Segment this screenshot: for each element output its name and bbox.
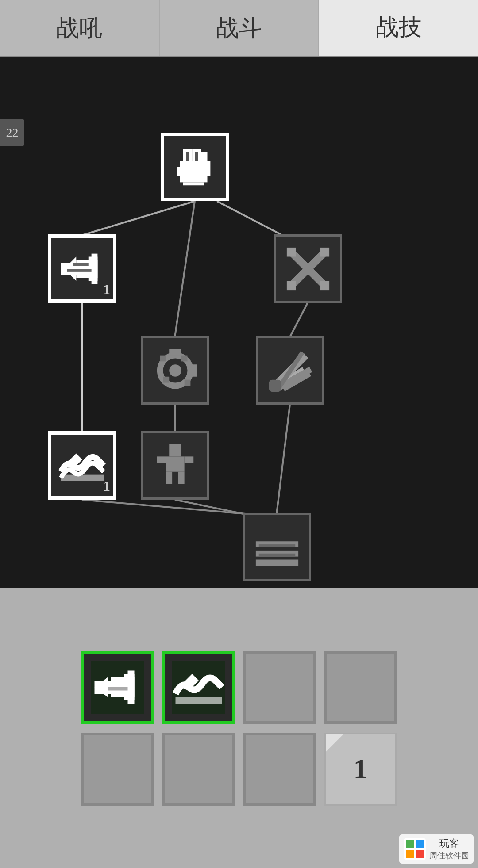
svg-rect-30 [320, 247, 329, 256]
skill-node-arrow[interactable]: 1 [48, 234, 116, 303]
wave-node-badge: 1 [103, 478, 110, 494]
hotbar-slot-4[interactable] [324, 651, 397, 724]
svg-rect-53 [184, 456, 193, 463]
hotbar-row-1 [81, 651, 397, 724]
svg-line-1 [217, 201, 282, 235]
arrow-back-icon [58, 245, 107, 293]
blade-icon [266, 346, 315, 395]
svg-rect-12 [180, 161, 210, 167]
svg-line-6 [277, 405, 290, 514]
tab-battle-cry[interactable]: 战吼 [0, 0, 160, 56]
svg-rect-36 [190, 364, 197, 377]
hotbar-slot-1[interactable] [81, 651, 154, 724]
svg-rect-67 [175, 697, 222, 704]
scatter-icon [253, 523, 301, 572]
svg-rect-31 [286, 281, 296, 290]
tab-combat[interactable]: 战斗 [160, 0, 320, 56]
svg-rect-38 [184, 379, 190, 386]
hotbar-slot-7[interactable] [243, 733, 316, 806]
svg-rect-72 [416, 850, 424, 858]
corner-counter-slot[interactable]: 1 [324, 733, 397, 806]
arrow-node-badge: 1 [103, 281, 110, 298]
svg-rect-13 [177, 167, 210, 176]
svg-rect-50 [166, 471, 172, 484]
corner-counter-value: 1 [354, 753, 368, 785]
svg-rect-69 [406, 840, 414, 848]
watermark-logo [404, 838, 426, 860]
hotbar-slot-3[interactable] [243, 651, 316, 724]
corner-fold [326, 734, 343, 752]
svg-rect-39 [163, 376, 169, 382]
svg-rect-37 [160, 355, 166, 361]
svg-rect-46 [269, 379, 281, 392]
svg-rect-32 [320, 281, 329, 290]
svg-rect-14 [180, 176, 207, 182]
svg-rect-52 [157, 456, 166, 463]
watermark-company: 周佳软件园 [429, 850, 469, 861]
hotbar-slot-5[interactable] [81, 733, 154, 806]
svg-rect-24 [91, 253, 97, 284]
skill-node-fist[interactable] [161, 133, 229, 201]
hotbar-row-2: 1 [81, 733, 397, 806]
skill-node-scatter[interactable] [243, 513, 311, 581]
swirl-icon [151, 346, 200, 395]
watermark-app: 玩客 [439, 837, 459, 850]
svg-rect-51 [178, 471, 184, 484]
svg-rect-15 [183, 182, 204, 185]
svg-rect-25 [67, 269, 91, 272]
svg-rect-47 [61, 474, 103, 481]
hotbar-container: 1 玩客 周佳软件园 [0, 588, 478, 868]
svg-rect-11 [201, 152, 207, 161]
corner-counter-container: 1 [324, 733, 397, 806]
side-badge: 22 [0, 119, 24, 146]
svg-line-2 [175, 201, 195, 337]
svg-line-4 [290, 303, 308, 337]
svg-rect-63 [127, 671, 134, 704]
svg-rect-26 [73, 263, 88, 266]
skill-node-blade[interactable] [256, 336, 324, 405]
svg-rect-49 [166, 456, 184, 471]
svg-rect-57 [258, 544, 295, 547]
svg-rect-29 [286, 247, 296, 256]
svg-line-7 [175, 500, 243, 514]
skill-tree-area: 22 [0, 57, 478, 588]
wave-icon [58, 441, 107, 490]
svg-rect-17 [195, 152, 198, 161]
fist-icon [171, 143, 220, 191]
hotbar-slot-6[interactable] [162, 733, 235, 806]
hotbar-wave-icon [172, 661, 225, 714]
svg-line-0 [82, 201, 195, 235]
hotbar-arrow-icon [91, 661, 144, 714]
skill-node-wave[interactable]: 1 [48, 431, 116, 500]
skill-tree-connectors [0, 57, 478, 588]
skill-node-cross[interactable] [274, 234, 342, 303]
svg-rect-40 [181, 355, 187, 361]
svg-line-8 [82, 500, 246, 514]
svg-rect-58 [258, 553, 295, 556]
svg-point-34 [169, 364, 181, 377]
svg-rect-56 [255, 559, 298, 566]
hotbar-slot-2[interactable] [162, 651, 235, 724]
svg-rect-35 [169, 349, 181, 355]
watermark-text-group: 玩客 周佳软件园 [429, 837, 469, 861]
svg-rect-16 [186, 152, 189, 161]
cross-swords-icon [284, 245, 332, 293]
person-icon [151, 441, 200, 490]
svg-rect-70 [416, 840, 424, 848]
svg-rect-71 [406, 850, 414, 858]
tab-tactics[interactable]: 战技 [319, 0, 478, 56]
tab-bar: 战吼 战斗 战技 [0, 0, 478, 57]
skill-node-swirl[interactable] [141, 336, 209, 405]
watermark: 玩客 周佳软件园 [399, 834, 474, 864]
svg-rect-48 [169, 444, 181, 456]
skill-node-person[interactable] [141, 431, 209, 500]
